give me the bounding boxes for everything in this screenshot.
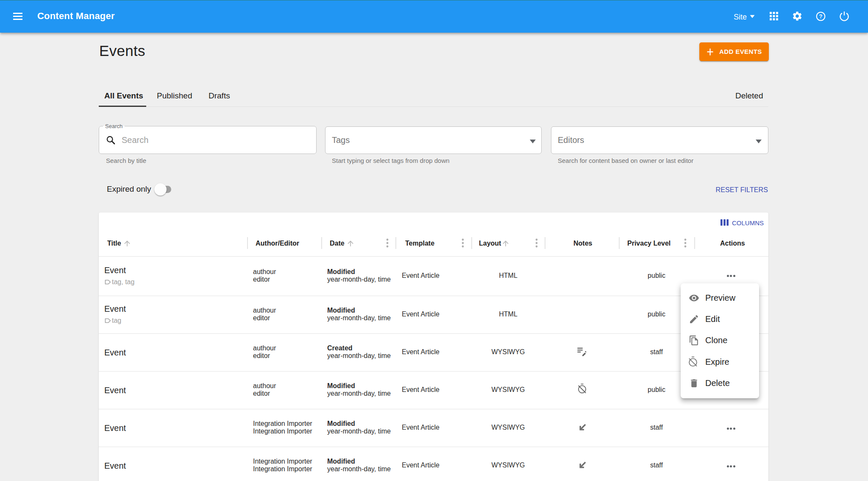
svg-text:?: ? [819,13,823,20]
